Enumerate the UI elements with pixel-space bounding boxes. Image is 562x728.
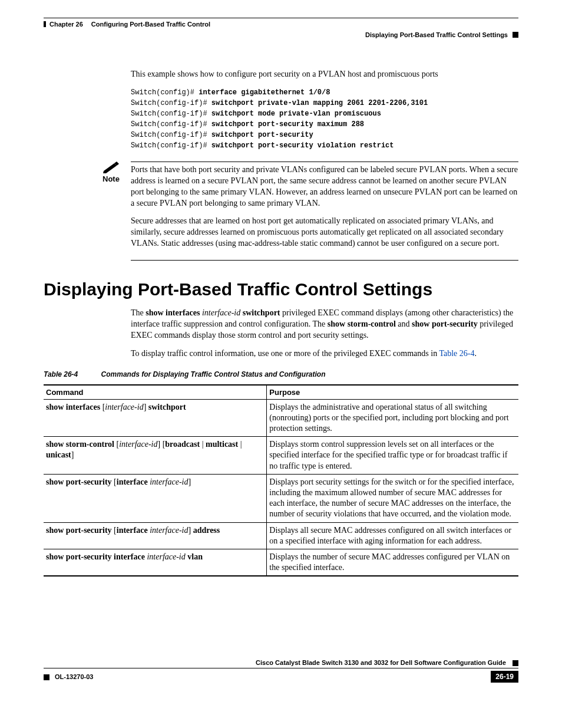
cmd-cell: show interfaces [interface-id] switchpor… (44, 399, 267, 437)
footer-square-icon (44, 674, 49, 680)
purpose-cell: Displays storm control suppression level… (267, 437, 518, 475)
chapter-header: Chapter 26 Configuring Port-Based Traffi… (44, 21, 518, 28)
page-number: 26-19 (491, 671, 518, 683)
table-number: Table 26-4 (44, 370, 78, 378)
cmd-cell: show storm-control [interface-id] [broad… (44, 437, 267, 475)
table-header-row: Command Purpose (44, 385, 518, 400)
breadcrumb-text: Displaying Port-Based Traffic Control Se… (365, 31, 508, 38)
footer-square-icon (513, 660, 518, 666)
note-block: Note Ports that have both port security … (44, 162, 518, 256)
note-bottom-rule (131, 260, 518, 261)
chapter-title: Configuring Port-Based Traffic Control (91, 21, 210, 28)
pencil-icon (103, 162, 120, 173)
commands-table: Command Purpose show interfaces [interfa… (44, 384, 518, 577)
code-example: Switch(config)# interface gigabitetherne… (131, 87, 518, 151)
note-paragraph-1: Ports that have both port security and p… (131, 164, 518, 209)
section-paragraph-1: The show interfaces interface-id switchp… (131, 308, 518, 341)
cmd-cell: show port-security interface interface-i… (44, 549, 267, 576)
table-caption: Table 26-4 Commands for Displaying Traff… (44, 370, 518, 378)
page-footer: Cisco Catalyst Blade Switch 3130 and 303… (44, 659, 518, 683)
col-purpose: Purpose (267, 385, 518, 400)
cmd-cell: show port-security [interface interface-… (44, 522, 267, 549)
cmd-cell: show port-security [interface interface-… (44, 474, 267, 522)
purpose-cell: Displays the number of secure MAC addres… (267, 549, 518, 576)
purpose-cell: Displays port security settings for the … (267, 474, 518, 522)
table-row: show port-security [interface interface-… (44, 522, 518, 549)
table-link[interactable]: Table 26-4 (439, 349, 474, 358)
purpose-cell: Displays the administrative and operatio… (267, 399, 518, 437)
top-rule (44, 18, 518, 18)
table-row: show interfaces [interface-id] switchpor… (44, 399, 518, 437)
chapter-number: Chapter 26 (49, 21, 83, 28)
breadcrumb: Displaying Port-Based Traffic Control Se… (44, 31, 518, 38)
document-page: Chapter 26 Configuring Port-Based Traffi… (0, 0, 562, 700)
col-command: Command (44, 385, 267, 400)
section-paragraph-2: To display traffic control information, … (131, 348, 518, 360)
table-title: Commands for Displaying Traffic Control … (101, 370, 326, 378)
header-bar-icon (44, 21, 46, 27)
table-row: show port-security [interface interface-… (44, 474, 518, 522)
footer-doc-title: Cisco Catalyst Blade Switch 3130 and 303… (44, 659, 518, 668)
section-heading: Displaying Port-Based Traffic Control Se… (44, 279, 518, 299)
intro-paragraph: This example shows how to configure port… (131, 69, 518, 80)
table-row: show port-security interface interface-i… (44, 549, 518, 576)
purpose-cell: Displays all secure MAC addresses config… (267, 522, 518, 549)
note-label: Note (103, 174, 131, 183)
footer-ol: OL-13270-03 (44, 673, 94, 680)
breadcrumb-square-icon (513, 32, 518, 38)
note-paragraph-2: Secure addresses that are learned on hos… (131, 216, 518, 249)
table-row: show storm-control [interface-id] [broad… (44, 437, 518, 475)
